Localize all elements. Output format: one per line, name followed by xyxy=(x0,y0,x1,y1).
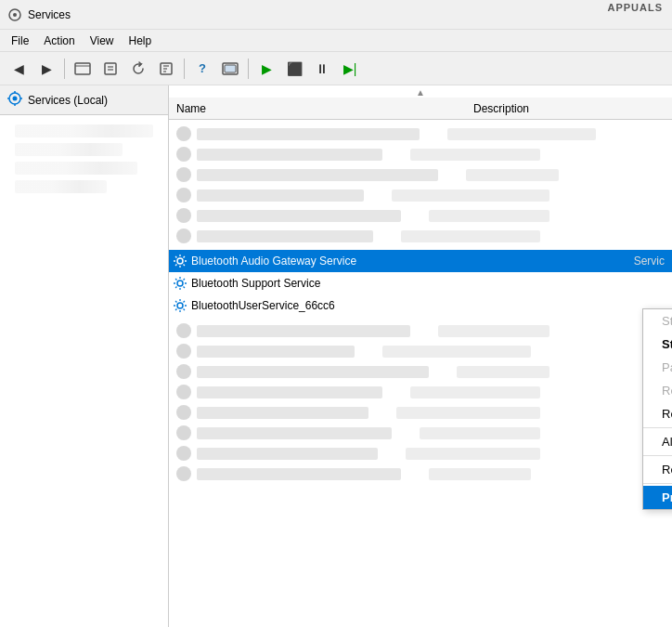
sidebar: Services (Local) xyxy=(0,85,169,627)
svg-point-14 xyxy=(13,97,18,101)
service-icon-bluetooth-support xyxy=(173,276,187,291)
mmc-button[interactable] xyxy=(217,56,243,82)
help-button[interactable]: ? xyxy=(189,56,215,82)
ctx-sep-3 xyxy=(643,483,672,484)
blurred-top xyxy=(169,120,672,250)
blurred-bottom xyxy=(169,317,672,488)
ctx-sep-2 xyxy=(643,455,672,456)
refresh-button[interactable] xyxy=(125,56,151,82)
properties-button[interactable] xyxy=(97,56,123,82)
svg-point-19 xyxy=(177,258,183,264)
service-row-bluetooth-user[interactable]: BluetoothUserService_66cc6 xyxy=(169,294,672,317)
ctx-stop[interactable]: Stop xyxy=(643,333,672,356)
menu-view[interactable]: View xyxy=(83,33,122,49)
svg-rect-2 xyxy=(75,63,90,74)
ctx-restart[interactable]: Restart xyxy=(643,402,672,425)
menu-action[interactable]: Action xyxy=(36,33,82,49)
start-service-button[interactable]: ▶ xyxy=(253,56,279,82)
main-layout: Services (Local) ▲ Name Description xyxy=(0,85,672,627)
svg-point-20 xyxy=(177,281,183,286)
service-row-bluetooth-support[interactable]: Bluetooth Support Service xyxy=(169,272,672,294)
restart-service-button[interactable]: ▶| xyxy=(337,56,363,82)
content-area: ▲ Name Description xyxy=(169,85,672,627)
ctx-resume[interactable]: Resume xyxy=(643,379,672,402)
col-name-header[interactable]: Name xyxy=(176,102,473,115)
appuals-logo: APPUALS xyxy=(607,2,663,13)
toolbar: ◀ ▶ ? ▶ ⬛ xyxy=(0,52,672,85)
service-icon-bluetooth-user xyxy=(173,298,187,313)
service-name-bluetooth-support: Bluetooth Support Service xyxy=(191,277,320,290)
ctx-all-tasks[interactable]: All Tasks › xyxy=(643,430,672,453)
service-name-bluetooth-audio-gateway: Bluetooth Audio Gateway Service xyxy=(191,255,356,268)
ctx-properties[interactable]: Properties xyxy=(643,486,672,509)
sidebar-header: Services (Local) xyxy=(0,85,168,115)
sidebar-label: Services (Local) xyxy=(28,94,108,107)
service-name-bluetooth-user: BluetoothUserService_66cc6 xyxy=(191,299,335,312)
sidebar-content xyxy=(0,115,168,202)
service-desc-bluetooth-audio: Servic xyxy=(634,255,668,268)
stop-service-button[interactable]: ⬛ xyxy=(281,56,307,82)
svg-rect-4 xyxy=(105,63,116,74)
menu-help[interactable]: Help xyxy=(122,33,160,49)
toolbar-sep-3 xyxy=(248,59,249,79)
svg-point-1 xyxy=(13,13,17,17)
context-menu: Start Stop Pause Resume Restart All Task… xyxy=(642,308,672,510)
sidebar-icon xyxy=(7,91,22,109)
services-list: Bluetooth Audio Gateway Service Servic B… xyxy=(169,120,672,488)
window-title: Services xyxy=(28,8,71,21)
ctx-sep-1 xyxy=(643,427,672,428)
ctx-pause[interactable]: Pause xyxy=(643,356,672,379)
app-icon xyxy=(7,7,22,22)
toolbar-sep-1 xyxy=(64,59,65,79)
ctx-start[interactable]: Start xyxy=(643,309,672,333)
forward-button[interactable]: ▶ xyxy=(33,56,59,82)
pause-service-button[interactable]: ⏸ xyxy=(309,56,335,82)
back-button[interactable]: ◀ xyxy=(6,56,32,82)
svg-point-21 xyxy=(177,303,183,308)
menu-bar: File Action View Help xyxy=(0,30,672,52)
export-button[interactable] xyxy=(153,56,179,82)
svg-rect-12 xyxy=(225,65,236,72)
ctx-refresh[interactable]: Refresh xyxy=(643,458,672,481)
service-row-bluetooth-audio-gateway[interactable]: Bluetooth Audio Gateway Service Servic xyxy=(169,250,672,272)
console-button[interactable] xyxy=(70,56,96,82)
sort-indicator: ▲ xyxy=(169,85,672,98)
title-bar: Services APPUALS xyxy=(0,0,672,30)
toolbar-sep-2 xyxy=(184,59,185,79)
col-desc-header[interactable]: Description xyxy=(473,102,665,115)
menu-file[interactable]: File xyxy=(4,33,36,49)
table-header: Name Description xyxy=(169,98,672,120)
service-icon-bluetooth-audio-gateway xyxy=(173,254,187,268)
